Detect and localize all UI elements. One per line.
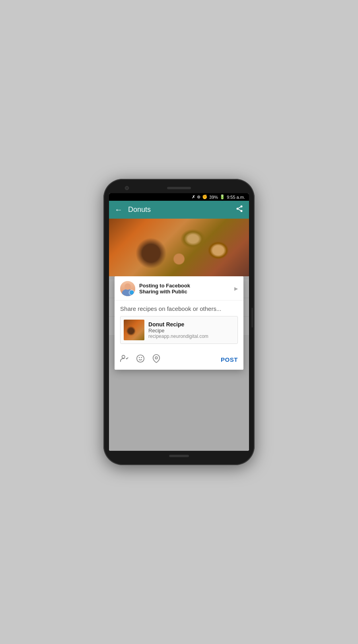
back-button[interactable]: ← xyxy=(115,205,123,214)
share-card-subtitle: Recipe xyxy=(148,328,234,334)
svg-point-6 xyxy=(137,355,144,362)
svg-line-3 xyxy=(238,209,241,210)
sharing-label: Sharing with xyxy=(139,289,172,295)
svg-point-2 xyxy=(241,210,243,212)
svg-point-1 xyxy=(237,208,239,210)
bluetooth-icon: ✗ xyxy=(192,194,195,200)
share-placeholder-text[interactable]: Share recipes on facebook or others... xyxy=(120,305,238,312)
phone-top-bar xyxy=(109,184,249,193)
wifi-icon: ⊛ xyxy=(197,194,200,200)
hero-image xyxy=(109,219,249,276)
time-display: 9:55 a.m. xyxy=(227,195,245,200)
phone-camera xyxy=(125,186,129,190)
share-card: Donut Recipe Recipe recipeapp.neurondigi… xyxy=(120,316,238,344)
share-dialog: 🌐 Posting to Facebook Sharing with Publi… xyxy=(115,276,243,370)
emoji-icon[interactable] xyxy=(136,354,145,365)
dialog-header: 🌐 Posting to Facebook Sharing with Publi… xyxy=(115,276,243,301)
share-card-title: Donut Recipe xyxy=(148,321,234,328)
svg-point-0 xyxy=(241,206,243,208)
content-area: 12 eggs 🛒 8 tablespoons vanilla extract … xyxy=(109,276,249,451)
sharing-line: Sharing with Public xyxy=(139,289,234,295)
phone-speaker xyxy=(167,187,191,189)
location-icon[interactable] xyxy=(152,354,161,365)
phone-device: ✗ ⊛ ✊ 39% 🔋 9:55 a.m. ← Donuts xyxy=(103,179,255,465)
battery-percent: 39% xyxy=(209,195,218,200)
tag-people-icon[interactable] xyxy=(120,354,129,365)
share-card-thumbnail xyxy=(124,320,144,340)
globe-icon: 🌐 xyxy=(129,290,134,295)
page-title: Donuts xyxy=(128,206,235,214)
app-toolbar: ← Donuts xyxy=(109,201,249,219)
post-button[interactable]: POST xyxy=(221,356,238,363)
power-button[interactable] xyxy=(251,308,253,328)
dialog-footer: POST xyxy=(115,351,243,370)
svg-line-4 xyxy=(238,207,241,208)
share-dialog-container: 🌐 Posting to Facebook Sharing with Publi… xyxy=(109,276,249,451)
posting-line: Posting to Facebook xyxy=(139,283,234,289)
posting-label: Posting to xyxy=(139,283,166,289)
battery-icon: 🔋 xyxy=(220,194,225,200)
home-button[interactable] xyxy=(169,455,189,457)
phone-screen: ✗ ⊛ ✊ 39% 🔋 9:55 a.m. ← Donuts xyxy=(109,193,249,451)
share-card-url: recipeapp.neurondigital.com xyxy=(148,334,234,339)
dialog-arrow-icon: ▶ xyxy=(234,286,238,291)
dialog-body: Share recipes on facebook or others... D… xyxy=(115,301,243,351)
share-button[interactable] xyxy=(235,205,243,215)
svg-point-9 xyxy=(155,357,158,359)
status-icons: ✗ ⊛ ✊ 39% 🔋 9:55 a.m. xyxy=(192,194,245,200)
share-card-info: Donut Recipe Recipe recipeapp.neurondigi… xyxy=(148,321,234,339)
dialog-header-info: Posting to Facebook Sharing with Public xyxy=(139,283,234,295)
status-bar: ✗ ⊛ ✊ 39% 🔋 9:55 a.m. xyxy=(109,193,249,201)
phone-bottom-bar xyxy=(109,451,249,460)
user-avatar: 🌐 xyxy=(120,281,135,296)
platform-name: Facebook xyxy=(166,283,190,289)
svg-point-5 xyxy=(122,355,125,358)
signal-icon: ✊ xyxy=(202,194,208,200)
audience-name: Public xyxy=(172,289,187,295)
